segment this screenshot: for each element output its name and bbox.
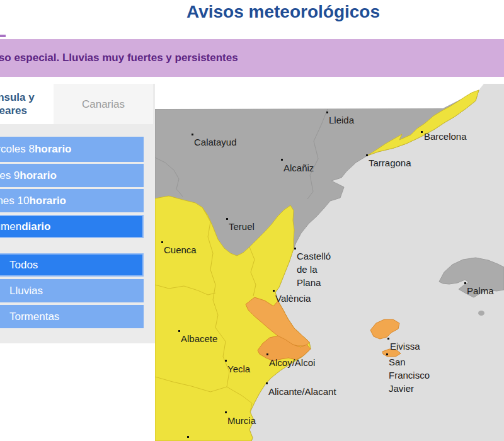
day-button-resumen[interactable]: resumen diario — [0, 215, 144, 238]
cabrera-islet — [478, 311, 484, 316]
warning-map-svg[interactable] — [155, 84, 504, 441]
filter-button-lluvias[interactable]: Lluvias — [0, 279, 144, 302]
outside-spain-area — [155, 84, 484, 109]
special-warning-banner[interactable]: Aviso especial. Lluvias muy fuertes y pe… — [0, 39, 504, 77]
tab-peninsula-baleares[interactable]: Península y Baleares — [0, 84, 54, 124]
day-button-jueves-9[interactable]: jueves 9 horario — [0, 164, 144, 187]
filter-button-tormentas[interactable]: Tormentas — [0, 305, 144, 328]
tab-peninsula-baleares-label: Península y Baleares — [0, 91, 40, 117]
filter-button-todos[interactable]: Todos — [0, 253, 144, 277]
day-button-miercoles-8[interactable]: miércoles 8 horario — [0, 137, 144, 162]
day-button-viernes-10[interactable]: viernes 10 horario — [0, 189, 144, 212]
tab-canarias-label: Canarias — [82, 98, 125, 111]
screen: Avisos meteorológicos Aviso especial. Ll… — [0, 0, 504, 441]
tab-canarias[interactable]: Canarias — [54, 84, 153, 124]
page-title: Avisos meteorológicos — [186, 1, 380, 23]
banner-decoration-fragment — [0, 35, 6, 37]
map-container[interactable]: CalatayudLleidaBarcelonaTarragonaAlcañiz… — [155, 84, 504, 441]
special-warning-text: Aviso especial. Lluvias muy fuertes y pe… — [0, 39, 238, 77]
